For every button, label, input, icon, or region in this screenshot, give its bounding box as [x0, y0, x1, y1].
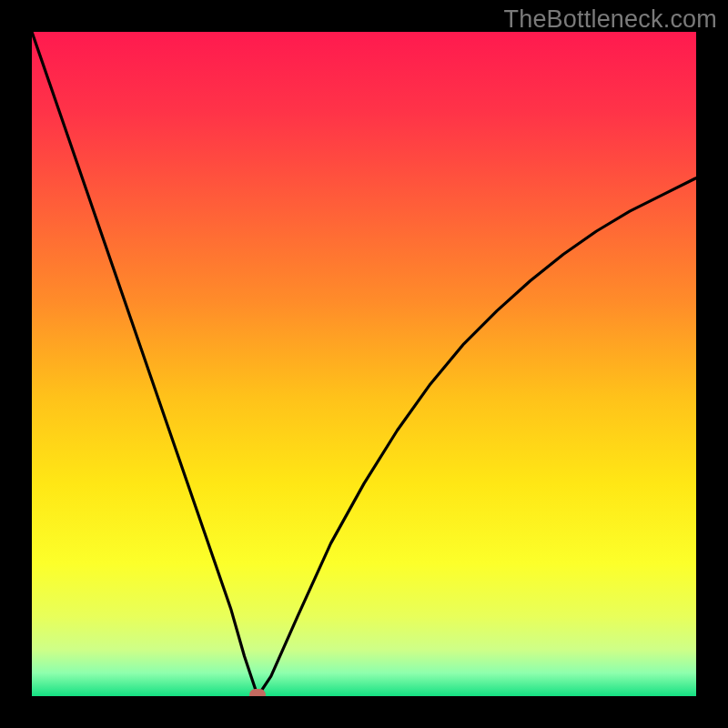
chart-frame: TheBottleneck.com — [0, 0, 728, 728]
watermark-text: TheBottleneck.com — [503, 5, 717, 34]
plot-area — [32, 32, 696, 696]
optimal-point-marker — [249, 689, 266, 696]
bottleneck-curve — [32, 32, 696, 696]
